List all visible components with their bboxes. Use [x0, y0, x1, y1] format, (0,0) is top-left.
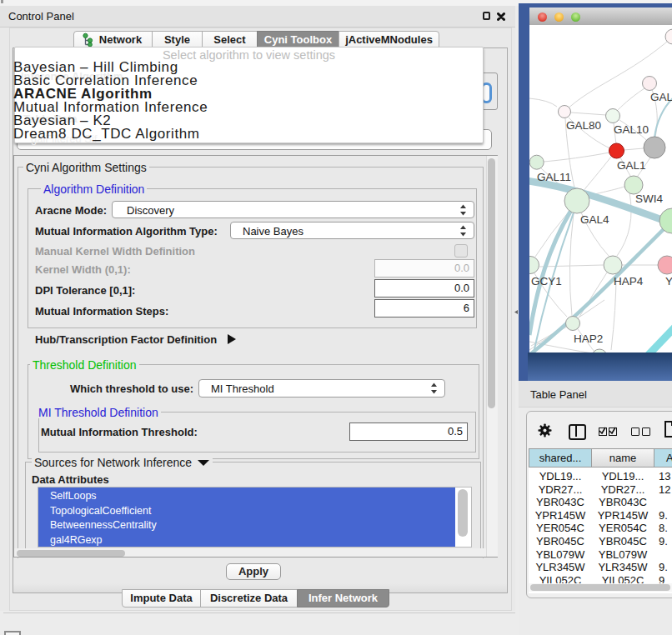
svg-text:GCY1: GCY1 [531, 275, 562, 288]
svg-text:GAL10: GAL10 [614, 123, 649, 136]
svg-text:GAL1: GAL1 [617, 159, 646, 172]
svg-text:SWI4: SWI4 [635, 192, 663, 205]
svg-text:HAP4: HAP4 [614, 275, 644, 288]
svg-text:GAL11: GAL11 [537, 171, 571, 183]
svg-text:GAL4: GAL4 [580, 213, 609, 226]
svg-text:HAP2: HAP2 [574, 332, 603, 345]
svg-text:GAL80: GAL80 [566, 119, 601, 132]
svg-text:YM: YM [665, 275, 672, 288]
svg-text:GAL7: GAL7 [650, 91, 672, 103]
